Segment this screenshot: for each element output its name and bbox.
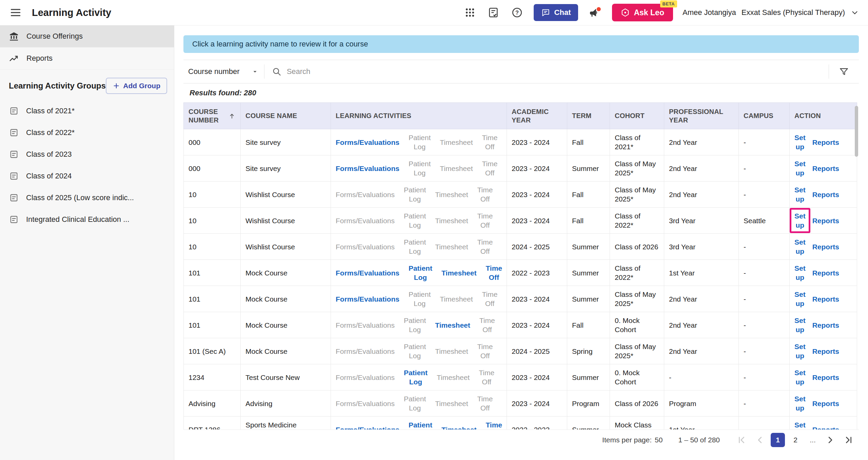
- set-up-link[interactable]: Set up: [794, 264, 806, 282]
- sidebar-group-item[interactable]: Class of 2021*: [0, 100, 174, 122]
- reports-link[interactable]: Reports: [812, 425, 839, 430]
- activity-link-forms-evaluations[interactable]: Forms/Evaluations: [336, 138, 399, 147]
- set-up-link[interactable]: Set up: [794, 290, 806, 308]
- ask-leo-button[interactable]: Ask Leo BETA: [612, 4, 673, 21]
- col-header-academic-year[interactable]: ACADEMIC YEAR: [507, 103, 567, 129]
- professional-year-cell: 2nd Year: [664, 312, 739, 338]
- page-2-button[interactable]: 2: [788, 433, 803, 447]
- previous-page-icon[interactable]: [752, 433, 767, 447]
- col-header-term[interactable]: TERM: [567, 103, 610, 129]
- reports-link[interactable]: Reports: [812, 294, 839, 304]
- campus-cell: -: [739, 181, 790, 208]
- col-header-label: COURSE NAME: [245, 112, 297, 119]
- next-page-icon[interactable]: [823, 433, 838, 447]
- col-header-learning-activities[interactable]: LEARNING ACTIVITIES: [331, 103, 507, 129]
- col-header-course-name[interactable]: COURSE NAME: [241, 103, 331, 129]
- help-icon[interactable]: ?: [510, 5, 524, 20]
- set-up-link[interactable]: Set up: [794, 185, 806, 204]
- sidebar-group-item[interactable]: Class of 2023: [0, 143, 174, 165]
- search-by-select[interactable]: Course number: [183, 67, 264, 76]
- reports-link[interactable]: Reports: [812, 242, 839, 251]
- reports-link[interactable]: Reports: [812, 138, 839, 147]
- table-header-row: COURSE NUMBER COURSE NAME LEARNING ACTIV…: [184, 103, 857, 129]
- professional-year-cell: 2nd Year: [664, 338, 739, 364]
- set-up-link[interactable]: Set up: [794, 133, 806, 151]
- reports-link[interactable]: Reports: [812, 373, 839, 382]
- table-body: 000Site surveyForms/EvaluationsPatient L…: [184, 129, 857, 430]
- sidebar-item-course-offerings[interactable]: Course Offerings: [0, 25, 174, 47]
- apps-grid-icon[interactable]: [463, 6, 477, 19]
- col-header-course-number[interactable]: COURSE NUMBER: [184, 103, 241, 129]
- activity-link-timesheet: Timesheet: [435, 216, 468, 225]
- chevron-down-icon[interactable]: [850, 8, 859, 17]
- set-up-link[interactable]: Set up: [794, 342, 806, 360]
- professional-year-cell: Program: [664, 390, 739, 417]
- course-name-cell: Wishlist Course: [241, 208, 331, 234]
- campus-cell: -: [739, 390, 790, 417]
- set-up-link[interactable]: Set up: [794, 159, 806, 177]
- sidebar-item-reports[interactable]: Reports: [0, 47, 174, 70]
- add-group-button[interactable]: Add Group: [106, 78, 167, 94]
- page-1-button[interactable]: 1: [771, 433, 785, 447]
- beta-badge: BETA: [660, 0, 677, 7]
- set-up-link[interactable]: Set up: [794, 368, 806, 386]
- activity-link-timesheet[interactable]: Timesheet: [435, 321, 470, 330]
- reports-link[interactable]: Reports: [812, 268, 839, 277]
- reports-link[interactable]: Reports: [812, 216, 839, 225]
- action-links: Set upReports: [794, 394, 852, 413]
- last-page-icon[interactable]: [841, 433, 856, 447]
- form-check-icon[interactable]: [486, 5, 500, 20]
- academic-year-cell: 2023 - 2024: [507, 312, 567, 338]
- search-input[interactable]: [287, 67, 821, 76]
- activity-link-patient-log[interactable]: Patient Log: [404, 368, 428, 386]
- chat-button[interactable]: Chat: [534, 4, 578, 21]
- reports-link[interactable]: Reports: [812, 164, 839, 173]
- activity-link-forms-evaluations[interactable]: Forms/Evaluations: [336, 294, 399, 304]
- activity-link-patient-log[interactable]: Patient Log: [409, 420, 432, 429]
- activity-link-time-off[interactable]: Time Off: [486, 420, 502, 429]
- professional-year-cell: 2nd Year: [664, 181, 739, 208]
- first-page-icon[interactable]: [734, 433, 749, 447]
- sidebar-group-item[interactable]: Class of 2022*: [0, 122, 174, 143]
- set-up-link[interactable]: Set up: [794, 237, 806, 256]
- course-number-cell: 101: [184, 312, 241, 338]
- action-links: Set upReports: [794, 316, 852, 334]
- activity-link-forms-evaluations[interactable]: Forms/Evaluations: [336, 425, 399, 430]
- activity-link-timesheet[interactable]: Timesheet: [441, 425, 477, 430]
- menu-icon[interactable]: [8, 5, 23, 20]
- activity-link-timesheet: Timesheet: [435, 347, 468, 356]
- reports-link[interactable]: Reports: [812, 321, 839, 330]
- sidebar-group-item[interactable]: Class of 2025 (Low score indic...: [0, 187, 174, 209]
- activity-link-forms-evaluations[interactable]: Forms/Evaluations: [336, 164, 399, 173]
- ask-leo-label: Ask Leo: [634, 8, 664, 17]
- col-header-label: CAMPUS: [744, 112, 773, 119]
- sidebar-group-item[interactable]: Class of 2024: [0, 165, 174, 187]
- set-up-link[interactable]: Set up: [794, 316, 806, 334]
- user-menu[interactable]: Amee Jotangiya Exxat Sales (Physical The…: [683, 8, 859, 17]
- col-header-campus[interactable]: CAMPUS: [739, 103, 790, 129]
- filter-bar: Course number: [183, 60, 859, 83]
- campus-cell: -: [739, 312, 790, 338]
- activity-link-time-off[interactable]: Time Off: [486, 264, 502, 282]
- scrollbar-thumb[interactable]: [855, 106, 858, 157]
- action-links: Set upReports: [794, 159, 852, 177]
- col-header-professional-year[interactable]: PROFESSIONAL YEAR: [664, 103, 739, 129]
- group-card-icon: [9, 193, 19, 203]
- professional-year-cell: 2nd Year: [664, 155, 739, 181]
- sidebar-group-item[interactable]: Integrated Clinical Education ...: [0, 209, 174, 230]
- set-up-link[interactable]: Set up: [794, 420, 806, 429]
- activity-link-timesheet[interactable]: Timesheet: [441, 268, 477, 277]
- filter-funnel-icon[interactable]: [837, 65, 850, 78]
- announcements-icon[interactable]: [588, 5, 603, 20]
- col-header-cohort[interactable]: COHORT: [610, 103, 664, 129]
- reports-link[interactable]: Reports: [812, 399, 839, 408]
- reports-link[interactable]: Reports: [812, 347, 839, 356]
- items-per-page-value[interactable]: 50: [655, 436, 663, 444]
- set-up-link[interactable]: Set up: [790, 208, 810, 233]
- vertical-scrollbar[interactable]: [854, 104, 859, 428]
- activity-link-patient-log[interactable]: Patient Log: [409, 264, 432, 282]
- activity-link-forms-evaluations[interactable]: Forms/Evaluations: [336, 268, 399, 277]
- term-cell: Summer: [567, 417, 610, 430]
- set-up-link[interactable]: Set up: [794, 394, 806, 413]
- reports-link[interactable]: Reports: [812, 190, 839, 199]
